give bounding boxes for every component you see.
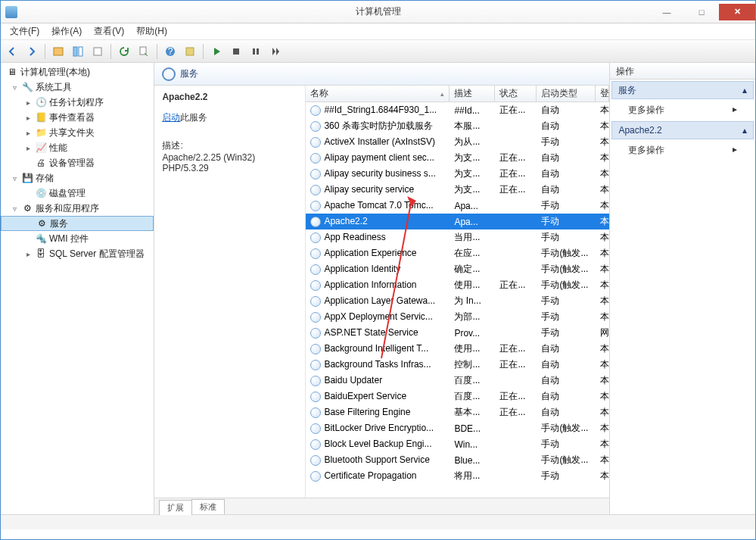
tree-label: 共享文件夹	[49, 126, 95, 139]
service-row[interactable]: Block Level Backup Engi...Win...手动本	[306, 436, 609, 452]
properties-button[interactable]	[70, 43, 86, 60]
col-logon[interactable]: 登	[596, 86, 609, 101]
actions-section-services[interactable]: 服务▴	[611, 81, 754, 99]
service-row[interactable]: Apache Tomcat 7.0 Tomc...Apa...手动本	[306, 198, 609, 214]
tree-perf[interactable]: ▸📈性能	[1, 140, 154, 155]
tree-services[interactable]: ⚙服务	[1, 216, 154, 231]
close-button[interactable]: ✕	[719, 4, 755, 20]
service-icon	[310, 169, 321, 179]
toolbar-extra-1[interactable]	[182, 43, 198, 60]
start-service-link[interactable]: 启动	[162, 112, 180, 123]
app-icon	[5, 6, 17, 18]
actions-more-1[interactable]: 更多操作▸	[610, 101, 755, 120]
tree-scheduler[interactable]: ▸🕒任务计划程序	[1, 95, 154, 110]
service-row[interactable]: 360 杀毒实时防护加载服务本服...自动本	[306, 118, 609, 134]
service-row[interactable]: Alipay security business s...为支...正在...自…	[306, 166, 609, 182]
tree-storage[interactable]: ▿💾存储	[1, 170, 154, 186]
tree-label: 服务	[50, 217, 68, 230]
service-row[interactable]: BitLocker Drive Encryptio...BDE...手动(触发.…	[306, 420, 609, 436]
service-row[interactable]: Apache2.2Apa...手动本	[306, 214, 609, 229]
service-row[interactable]: Application Identity确定...手动(触发...本	[306, 261, 609, 277]
service-row[interactable]: AppX Deployment Servic...为部...手动本	[306, 309, 609, 325]
service-row[interactable]: ##Id_String1.6844F930_1...##Id...正在...自动…	[306, 102, 609, 118]
svg-rect-8	[233, 48, 239, 55]
toolbar: ?	[1, 40, 755, 63]
service-row[interactable]: Alipay security service为支...正在...自动本	[306, 182, 609, 198]
tree-devmgr[interactable]: 🖨设备管理器	[1, 155, 154, 170]
service-row[interactable]: BaiduExpert Service百度...正在...自动本	[306, 389, 609, 404]
export-list-button[interactable]	[135, 43, 152, 60]
service-row[interactable]: Certificate Propagation将用...手动本	[306, 468, 609, 484]
service-icon	[310, 455, 321, 466]
tree-sql[interactable]: ▸🗄SQL Server 配置管理器	[1, 246, 154, 261]
service-icon	[310, 376, 321, 386]
svg-rect-7	[186, 48, 194, 55]
event-icon: 📒	[35, 111, 47, 123]
service-icon	[310, 248, 321, 259]
back-button[interactable]	[4, 43, 20, 60]
help-button[interactable]: ?	[162, 43, 179, 60]
service-row[interactable]: App Readiness当用...手动本	[306, 229, 609, 245]
svg-rect-3	[94, 48, 101, 55]
tree-eventvw[interactable]: ▸📒事件查看器	[1, 110, 154, 125]
services-list[interactable]: 名称▴ 描述 状态 启动类型 登 ##Id_String1.6844F930_1…	[306, 86, 609, 498]
tree-systools[interactable]: ▿🔧系统工具	[1, 80, 154, 95]
stop-service-button[interactable]	[228, 43, 244, 60]
show-hide-button[interactable]	[50, 43, 67, 60]
col-startup[interactable]: 启动类型	[537, 86, 596, 101]
service-row[interactable]: Application Layer Gatewa...为 In...手动本	[306, 293, 609, 309]
menu-file[interactable]: 文件(F)	[4, 23, 45, 39]
col-status[interactable]: 状态	[495, 86, 537, 101]
service-row[interactable]: Base Filtering Engine基本...正在...自动本	[306, 404, 609, 420]
tree-label: 任务计划程序	[49, 96, 104, 109]
folder-icon: 📁	[35, 126, 47, 139]
actions-section-apache[interactable]: Apache2.2▴	[611, 121, 754, 139]
tab-standard[interactable]: 标准	[191, 499, 225, 514]
perf-icon: 📈	[35, 142, 47, 154]
tree-shares[interactable]: ▸📁共享文件夹	[1, 125, 154, 140]
service-row[interactable]: Application Information使用...正在...手动(触发..…	[306, 277, 609, 293]
menu-view[interactable]: 查看(V)	[88, 23, 130, 39]
navigation-tree[interactable]: 🖥计算机管理(本地) ▿🔧系统工具 ▸🕒任务计划程序 ▸📒事件查看器 ▸📁共享文…	[1, 63, 154, 514]
maximize-button[interactable]: □	[684, 4, 719, 20]
col-desc[interactable]: 描述	[450, 86, 495, 101]
service-row[interactable]: ASP.NET State ServiceProv...手动网	[306, 325, 609, 341]
clock-icon: 🕒	[35, 96, 47, 108]
actions-more-2[interactable]: 更多操作▸	[610, 141, 755, 160]
svg-rect-9	[253, 48, 255, 55]
minimize-button[interactable]: —	[649, 4, 684, 20]
pause-service-button[interactable]	[247, 43, 264, 60]
menu-action[interactable]: 操作(A)	[45, 23, 88, 39]
tree-wmi[interactable]: 🔩WMI 控件	[1, 231, 154, 246]
tree-label: 服务和应用程序	[36, 202, 99, 215]
refresh-button[interactable]	[116, 43, 132, 60]
service-row[interactable]: Bluetooth Support ServiceBlue...手动(触发...…	[306, 452, 609, 468]
service-icon	[310, 471, 321, 482]
service-row[interactable]: ActiveX Installer (AxInstSV)为从...手动本	[306, 134, 609, 150]
service-row[interactable]: Alipay payment client sec...为支...正在...自动…	[306, 150, 609, 166]
tree-root[interactable]: 🖥计算机管理(本地)	[1, 64, 154, 80]
collapse-icon: ▴	[742, 125, 747, 136]
forward-button[interactable]	[23, 43, 40, 60]
tree-diskmgmt[interactable]: 💿磁盘管理	[1, 186, 154, 201]
device-icon: 🖨	[35, 157, 47, 169]
menu-help[interactable]: 帮助(H)	[130, 23, 173, 39]
computer-icon: 🖥	[6, 66, 18, 78]
service-icon	[310, 360, 321, 370]
chevron-right-icon: ▸	[733, 104, 737, 117]
list-header[interactable]: 名称▴ 描述 状态 启动类型 登	[306, 86, 609, 102]
export-button[interactable]	[89, 43, 106, 60]
service-icon	[310, 105, 321, 116]
wmi-icon: 🔩	[35, 233, 47, 245]
service-icon	[310, 217, 321, 227]
service-row[interactable]: Background Tasks Infras...控制...正在...自动本	[306, 357, 609, 373]
tree-svcapps[interactable]: ▿⚙服务和应用程序	[1, 201, 154, 216]
col-name[interactable]: 名称▴	[306, 86, 450, 101]
service-row[interactable]: Background Intelligent T...使用...正在...自动本	[306, 341, 609, 357]
tab-extended[interactable]: 扩展	[159, 500, 192, 515]
service-row[interactable]: Application Experience在应...手动(触发...本	[306, 245, 609, 261]
title-bar: 计算机管理 — □ ✕	[1, 1, 755, 23]
start-service-button[interactable]	[208, 43, 225, 60]
service-row[interactable]: Baidu Updater百度...自动本	[306, 373, 609, 389]
restart-service-button[interactable]	[267, 43, 284, 60]
